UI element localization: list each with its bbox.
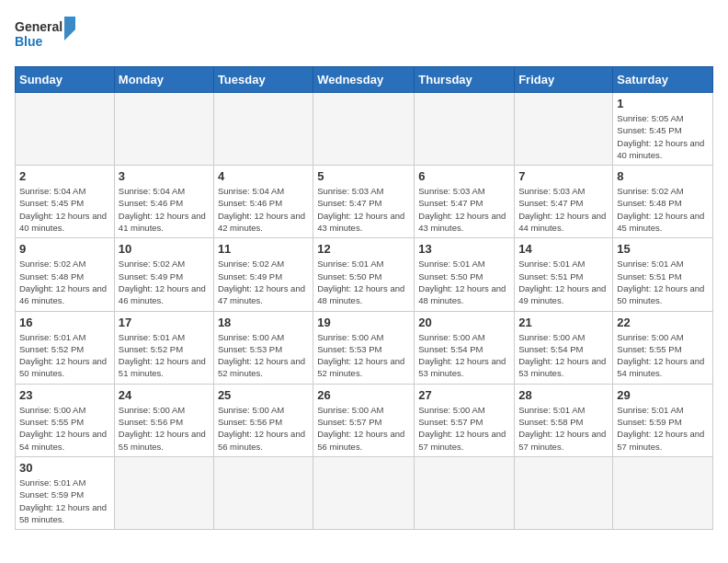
calendar-day-cell: 14Sunrise: 5:01 AM Sunset: 5:51 PM Dayli… bbox=[515, 238, 613, 311]
calendar-day-cell bbox=[415, 93, 515, 166]
day-number: 26 bbox=[317, 388, 410, 402]
day-number: 14 bbox=[518, 242, 609, 256]
calendar-day-cell: 17Sunrise: 5:01 AM Sunset: 5:52 PM Dayli… bbox=[114, 311, 213, 384]
weekday-header-tuesday: Tuesday bbox=[213, 67, 313, 93]
calendar-table: SundayMondayTuesdayWednesdayThursdayFrid… bbox=[15, 66, 713, 530]
day-number: 23 bbox=[19, 388, 110, 402]
day-number: 21 bbox=[518, 316, 609, 329]
calendar-day-cell: 22Sunrise: 5:00 AM Sunset: 5:55 PM Dayli… bbox=[613, 311, 713, 384]
day-info: Sunrise: 5:01 AM Sunset: 5:58 PM Dayligh… bbox=[518, 404, 609, 453]
calendar-day-cell: 26Sunrise: 5:00 AM Sunset: 5:57 PM Dayli… bbox=[313, 384, 415, 456]
day-info: Sunrise: 5:02 AM Sunset: 5:49 PM Dayligh… bbox=[218, 258, 309, 306]
weekday-header-thursday: Thursday bbox=[415, 67, 515, 93]
calendar-day-cell bbox=[515, 93, 613, 166]
day-info: Sunrise: 5:00 AM Sunset: 5:57 PM Dayligh… bbox=[317, 404, 410, 453]
calendar-day-cell bbox=[613, 456, 713, 529]
calendar-day-cell: 10Sunrise: 5:02 AM Sunset: 5:49 PM Dayli… bbox=[114, 238, 213, 311]
day-number: 11 bbox=[218, 242, 309, 256]
day-number: 2 bbox=[19, 169, 110, 183]
calendar-week-row: 2Sunrise: 5:04 AM Sunset: 5:45 PM Daylig… bbox=[16, 166, 713, 238]
day-number: 7 bbox=[518, 169, 609, 183]
calendar-day-cell: 18Sunrise: 5:00 AM Sunset: 5:53 PM Dayli… bbox=[213, 311, 313, 384]
calendar-day-cell: 2Sunrise: 5:04 AM Sunset: 5:45 PM Daylig… bbox=[16, 166, 115, 238]
day-number: 10 bbox=[119, 242, 210, 256]
calendar-day-cell: 1Sunrise: 5:05 AM Sunset: 5:45 PM Daylig… bbox=[613, 93, 713, 166]
day-info: Sunrise: 5:04 AM Sunset: 5:45 PM Dayligh… bbox=[19, 185, 110, 234]
day-info: Sunrise: 5:04 AM Sunset: 5:46 PM Dayligh… bbox=[218, 185, 309, 234]
day-info: Sunrise: 5:02 AM Sunset: 5:49 PM Dayligh… bbox=[119, 258, 210, 306]
day-info: Sunrise: 5:00 AM Sunset: 5:56 PM Dayligh… bbox=[218, 404, 309, 453]
day-number: 24 bbox=[119, 388, 210, 402]
weekday-header-wednesday: Wednesday bbox=[313, 67, 415, 93]
calendar-day-cell: 9Sunrise: 5:02 AM Sunset: 5:48 PM Daylig… bbox=[16, 238, 115, 311]
day-info: Sunrise: 5:05 AM Sunset: 5:45 PM Dayligh… bbox=[617, 112, 709, 161]
weekday-header-monday: Monday bbox=[114, 67, 213, 93]
calendar-day-cell bbox=[213, 456, 313, 529]
calendar-day-cell: 29Sunrise: 5:01 AM Sunset: 5:59 PM Dayli… bbox=[613, 384, 713, 456]
day-number: 6 bbox=[418, 169, 510, 183]
day-number: 27 bbox=[418, 388, 510, 402]
day-info: Sunrise: 5:01 AM Sunset: 5:50 PM Dayligh… bbox=[418, 258, 510, 306]
calendar-week-row: 30Sunrise: 5:01 AM Sunset: 5:59 PM Dayli… bbox=[16, 456, 713, 529]
day-number: 25 bbox=[218, 388, 309, 402]
calendar-week-row: 23Sunrise: 5:00 AM Sunset: 5:55 PM Dayli… bbox=[16, 384, 713, 456]
calendar-week-row: 16Sunrise: 5:01 AM Sunset: 5:52 PM Dayli… bbox=[16, 311, 713, 384]
calendar-day-cell bbox=[114, 93, 213, 166]
day-info: Sunrise: 5:04 AM Sunset: 5:46 PM Dayligh… bbox=[119, 185, 210, 234]
day-number: 22 bbox=[617, 316, 709, 329]
calendar-day-cell: 5Sunrise: 5:03 AM Sunset: 5:47 PM Daylig… bbox=[313, 166, 415, 238]
calendar-day-cell: 24Sunrise: 5:00 AM Sunset: 5:56 PM Dayli… bbox=[114, 384, 213, 456]
calendar-day-cell: 27Sunrise: 5:00 AM Sunset: 5:57 PM Dayli… bbox=[415, 384, 515, 456]
day-number: 15 bbox=[617, 242, 709, 256]
calendar-day-cell bbox=[114, 456, 213, 529]
calendar-day-cell: 6Sunrise: 5:03 AM Sunset: 5:47 PM Daylig… bbox=[415, 166, 515, 238]
calendar-day-cell: 7Sunrise: 5:03 AM Sunset: 5:47 PM Daylig… bbox=[515, 166, 613, 238]
calendar-day-cell: 25Sunrise: 5:00 AM Sunset: 5:56 PM Dayli… bbox=[213, 384, 313, 456]
calendar-day-cell bbox=[415, 456, 515, 529]
calendar-week-row: 9Sunrise: 5:02 AM Sunset: 5:48 PM Daylig… bbox=[16, 238, 713, 311]
day-info: Sunrise: 5:01 AM Sunset: 5:52 PM Dayligh… bbox=[19, 331, 110, 380]
day-info: Sunrise: 5:00 AM Sunset: 5:57 PM Dayligh… bbox=[418, 404, 510, 453]
calendar-day-cell: 4Sunrise: 5:04 AM Sunset: 5:46 PM Daylig… bbox=[213, 166, 313, 238]
calendar-day-cell: 12Sunrise: 5:01 AM Sunset: 5:50 PM Dayli… bbox=[313, 238, 415, 311]
calendar-day-cell: 11Sunrise: 5:02 AM Sunset: 5:49 PM Dayli… bbox=[213, 238, 313, 311]
svg-text:General: General bbox=[15, 19, 63, 34]
calendar-day-cell bbox=[213, 93, 313, 166]
calendar-day-cell: 21Sunrise: 5:00 AM Sunset: 5:54 PM Dayli… bbox=[515, 311, 613, 384]
calendar-day-cell: 16Sunrise: 5:01 AM Sunset: 5:52 PM Dayli… bbox=[16, 311, 115, 384]
weekday-header-sunday: Sunday bbox=[16, 67, 115, 93]
day-number: 12 bbox=[317, 242, 410, 256]
calendar-day-cell bbox=[16, 93, 115, 166]
logo: General Blue bbox=[15, 15, 79, 55]
day-info: Sunrise: 5:00 AM Sunset: 5:55 PM Dayligh… bbox=[19, 404, 110, 453]
calendar-week-row: 1Sunrise: 5:05 AM Sunset: 5:45 PM Daylig… bbox=[16, 93, 713, 166]
logo-svg: General Blue bbox=[15, 15, 79, 55]
day-info: Sunrise: 5:00 AM Sunset: 5:53 PM Dayligh… bbox=[218, 331, 309, 380]
day-info: Sunrise: 5:00 AM Sunset: 5:56 PM Dayligh… bbox=[119, 404, 210, 453]
day-number: 16 bbox=[19, 316, 110, 329]
day-info: Sunrise: 5:01 AM Sunset: 5:59 PM Dayligh… bbox=[19, 477, 110, 525]
day-number: 8 bbox=[617, 169, 709, 183]
page-header: General Blue bbox=[15, 15, 713, 55]
day-number: 1 bbox=[617, 97, 709, 110]
day-number: 4 bbox=[218, 169, 309, 183]
day-info: Sunrise: 5:00 AM Sunset: 5:54 PM Dayligh… bbox=[418, 331, 510, 380]
day-number: 17 bbox=[119, 316, 210, 329]
day-number: 29 bbox=[617, 388, 709, 402]
calendar-day-cell: 20Sunrise: 5:00 AM Sunset: 5:54 PM Dayli… bbox=[415, 311, 515, 384]
day-number: 9 bbox=[19, 242, 110, 256]
day-info: Sunrise: 5:01 AM Sunset: 5:51 PM Dayligh… bbox=[617, 258, 709, 306]
day-info: Sunrise: 5:00 AM Sunset: 5:55 PM Dayligh… bbox=[617, 331, 709, 380]
day-info: Sunrise: 5:01 AM Sunset: 5:51 PM Dayligh… bbox=[518, 258, 609, 306]
day-info: Sunrise: 5:02 AM Sunset: 5:48 PM Dayligh… bbox=[19, 258, 110, 306]
day-info: Sunrise: 5:03 AM Sunset: 5:47 PM Dayligh… bbox=[518, 185, 609, 234]
calendar-day-cell: 19Sunrise: 5:00 AM Sunset: 5:53 PM Dayli… bbox=[313, 311, 415, 384]
day-number: 18 bbox=[218, 316, 309, 329]
calendar-day-cell: 3Sunrise: 5:04 AM Sunset: 5:46 PM Daylig… bbox=[114, 166, 213, 238]
day-number: 3 bbox=[119, 169, 210, 183]
calendar-day-cell bbox=[313, 93, 415, 166]
day-info: Sunrise: 5:02 AM Sunset: 5:48 PM Dayligh… bbox=[617, 185, 709, 234]
day-number: 19 bbox=[317, 316, 410, 329]
svg-text:Blue: Blue bbox=[15, 34, 43, 49]
calendar-day-cell: 30Sunrise: 5:01 AM Sunset: 5:59 PM Dayli… bbox=[16, 456, 115, 529]
